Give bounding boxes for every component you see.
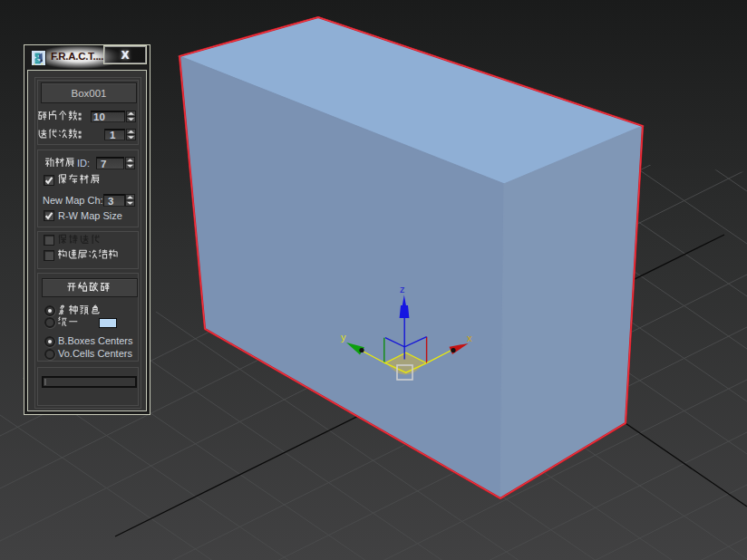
- svg-text:z: z: [400, 284, 405, 294]
- svg-text:x: x: [467, 333, 472, 343]
- svg-text:y: y: [341, 332, 346, 343]
